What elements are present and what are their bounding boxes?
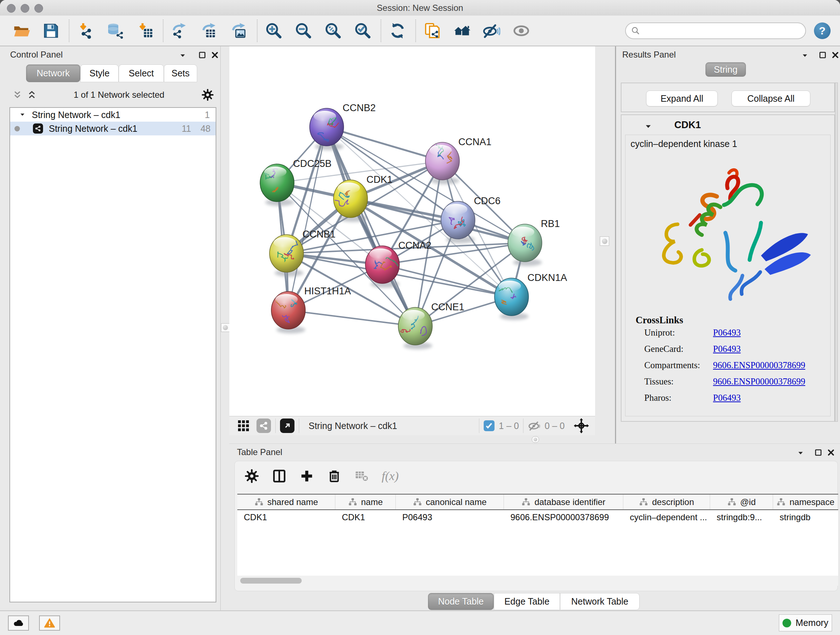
refresh-button[interactable] xyxy=(387,20,408,41)
add-column-icon[interactable] xyxy=(299,469,314,484)
table-cell[interactable]: cyclin–dependent ... xyxy=(623,512,710,523)
search-input[interactable] xyxy=(644,25,800,36)
table-horizontal-scrollbar[interactable] xyxy=(237,576,838,586)
float-panel-icon[interactable] xyxy=(814,448,823,457)
network-node-CCNB1[interactable]: CCNB1 xyxy=(270,229,336,277)
open-file-button[interactable] xyxy=(11,20,32,41)
network-options-gear-icon[interactable] xyxy=(201,88,214,101)
cloud-button[interactable] xyxy=(8,616,29,631)
network-node-CDKN1A[interactable]: CDKN1A xyxy=(494,272,567,320)
import-network-icon xyxy=(77,22,95,40)
tab-select[interactable]: Select xyxy=(118,65,164,82)
zoom-fit-button[interactable] xyxy=(323,20,344,41)
network-node-HIST1H1A[interactable]: HIST1H1A xyxy=(271,286,351,333)
table-row[interactable]: CDK1CDK1P064939606.ENSP00000378699cyclin… xyxy=(237,510,838,524)
collapse-all-button[interactable]: Collapse All xyxy=(731,90,810,106)
memory-button[interactable]: Memory xyxy=(779,614,832,631)
tab-network-table[interactable]: Network Table xyxy=(560,593,639,610)
network-node-CCNE1[interactable]: CCNE1 xyxy=(398,302,464,349)
column-header-namespace[interactable]: namespace xyxy=(773,494,838,509)
left-splitter-grip[interactable] xyxy=(221,323,230,332)
float-panel-icon[interactable] xyxy=(198,51,207,59)
network-node-CDC25B[interactable]: CDC25B xyxy=(260,158,332,206)
network-canvas[interactable]: CCNB2CCNA1CDC25BCDK1CDC6RB1CCNB1CCNA2CDK… xyxy=(229,46,595,416)
network-collection-row[interactable]: String Network – cdk1 1 xyxy=(10,108,216,122)
close-panel-icon[interactable] xyxy=(827,448,835,457)
column-header-database-identifier[interactable]: database identifier xyxy=(504,494,623,509)
search-box[interactable] xyxy=(625,22,806,39)
duplicate-network-button[interactable] xyxy=(422,20,443,41)
close-panel-icon[interactable] xyxy=(831,51,840,59)
crosslink-link[interactable]: P06493 xyxy=(713,328,741,337)
node-table: shared namenamecanonical namedatabase id… xyxy=(237,494,838,576)
network-node-CCNA2[interactable]: CCNA2 xyxy=(365,240,431,288)
import-network-button[interactable] xyxy=(75,20,96,41)
title-bar: Session: New Session xyxy=(0,0,840,16)
show-columns-icon[interactable] xyxy=(272,469,287,484)
table-cell[interactable]: P06493 xyxy=(396,512,504,523)
results-scrollbar[interactable] xyxy=(835,82,838,422)
import-database-button[interactable] xyxy=(105,20,126,41)
zoom-in-button[interactable] xyxy=(264,20,284,41)
table-cell[interactable]: CDK1 xyxy=(237,512,335,523)
scrollbar-thumb[interactable] xyxy=(240,578,302,584)
node-label-CCNB1: CCNB1 xyxy=(302,229,336,240)
birds-eye-view-icon[interactable] xyxy=(237,419,250,432)
open-in-new-window-icon[interactable] xyxy=(280,418,294,433)
network-node-CDC6[interactable]: CDC6 xyxy=(441,195,501,243)
home-button[interactable] xyxy=(452,20,472,41)
crosslink-link[interactable]: 9606.ENSP00000378699 xyxy=(713,377,805,386)
network-node-CCNB2[interactable]: CCNB2 xyxy=(309,103,376,150)
column-header-name[interactable]: name xyxy=(335,494,396,509)
export-table-button[interactable] xyxy=(199,20,220,41)
crosslink-link[interactable]: P06493 xyxy=(713,344,741,354)
panel-menu-icon[interactable] xyxy=(797,450,805,456)
export-image-button[interactable] xyxy=(229,20,249,41)
import-table-button[interactable] xyxy=(134,20,156,41)
help-button[interactable]: ? xyxy=(814,22,831,39)
selected-checkbox-icon[interactable] xyxy=(484,420,494,431)
panel-menu-icon[interactable] xyxy=(801,52,809,59)
warnings-button[interactable] xyxy=(39,616,60,631)
panel-menu-icon[interactable] xyxy=(179,52,187,59)
save-session-button[interactable] xyxy=(41,20,62,41)
expand-all-icon[interactable] xyxy=(27,90,37,100)
bottom-splitter-grip[interactable] xyxy=(532,436,539,443)
panel-divider[interactable] xyxy=(615,46,616,443)
network-node-RB1[interactable]: RB1 xyxy=(508,218,560,266)
collapse-protein-icon[interactable] xyxy=(644,123,653,130)
collapse-all-icon[interactable] xyxy=(12,90,22,100)
expand-all-button[interactable]: Expand All xyxy=(646,90,718,106)
crosslink-link[interactable]: 9606.ENSP00000378699 xyxy=(713,360,805,370)
close-panel-icon[interactable] xyxy=(210,51,219,59)
zoom-selected-button[interactable] xyxy=(352,20,373,41)
hide-panel-button[interactable] xyxy=(481,20,502,41)
network-row-selected[interactable]: String Network – cdk1 11 48 xyxy=(10,122,216,135)
table-cell[interactable]: stringdb:9... xyxy=(710,512,773,523)
column-header-description[interactable]: description xyxy=(623,494,710,509)
export-network-button[interactable] xyxy=(169,20,190,41)
zoom-out-button[interactable] xyxy=(293,20,314,41)
tab-node-table[interactable]: Node Table xyxy=(428,593,494,610)
crosslink-link[interactable]: P06493 xyxy=(713,393,741,402)
float-panel-icon[interactable] xyxy=(818,51,827,59)
show-panel-button[interactable] xyxy=(511,20,532,41)
tab-edge-table[interactable]: Edge Table xyxy=(494,593,560,610)
tab-sets[interactable]: Sets xyxy=(164,65,197,82)
column-header-canonical-name[interactable]: canonical name xyxy=(396,494,504,509)
table-cell[interactable]: 9606.ENSP00000378699 xyxy=(504,512,623,523)
table-options-gear-icon[interactable] xyxy=(244,469,259,484)
tab-string[interactable]: String xyxy=(706,62,746,77)
string-tools-icon[interactable] xyxy=(256,418,271,433)
right-splitter-grip[interactable] xyxy=(600,236,609,246)
tab-network[interactable]: Network xyxy=(26,65,80,82)
delete-column-icon[interactable] xyxy=(327,469,342,484)
column-header-shared-name[interactable]: shared name xyxy=(237,494,335,509)
table-header[interactable]: shared namenamecanonical namedatabase id… xyxy=(237,494,838,510)
table-cell[interactable]: CDK1 xyxy=(335,512,396,523)
collapse-row-icon[interactable] xyxy=(19,112,26,118)
table-cell[interactable]: stringdb xyxy=(773,512,838,523)
fit-selected-crosshair-icon[interactable] xyxy=(573,418,589,434)
column-header--id[interactable]: @id xyxy=(710,494,773,509)
tab-style[interactable]: Style xyxy=(80,65,118,82)
